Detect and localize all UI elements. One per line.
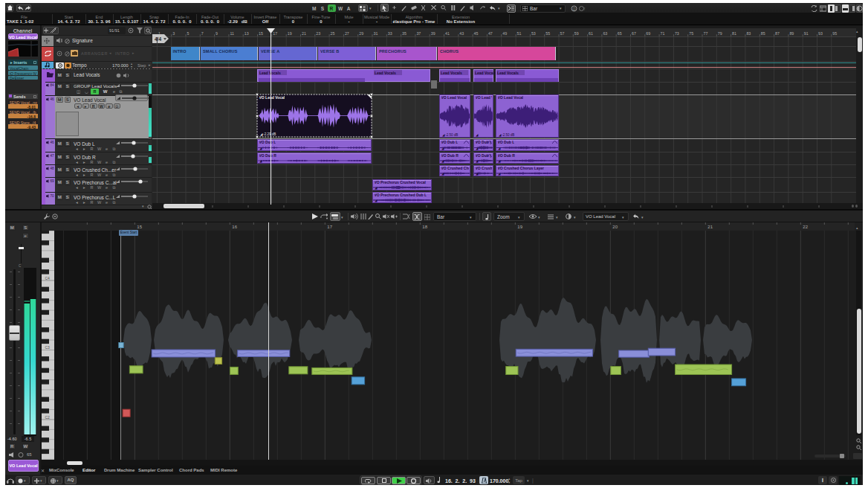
svg-text:18: 18 (422, 225, 427, 229)
svg-text:35: 35 (402, 31, 407, 36)
svg-text:39: 39 (431, 31, 435, 36)
svg-text:59: 59 (574, 31, 579, 36)
svg-text:49: 49 (502, 31, 507, 36)
svg-text:19: 19 (517, 225, 522, 229)
svg-text:65: 65 (618, 31, 622, 36)
svg-text:91: 91 (804, 31, 809, 36)
svg-text:29: 29 (359, 31, 363, 36)
svg-text:Q: Q (573, 6, 576, 10)
svg-text:23: 23 (316, 31, 320, 36)
svg-text:85: 85 (761, 31, 765, 36)
svg-text:9: 9 (216, 31, 218, 36)
svg-text:75: 75 (689, 31, 693, 36)
svg-text:19: 19 (288, 31, 292, 36)
svg-text:C2: C2 (45, 415, 51, 420)
svg-text:13: 13 (244, 31, 249, 36)
svg-text:71: 71 (661, 31, 665, 36)
svg-text:67: 67 (632, 31, 636, 36)
svg-text:43: 43 (459, 31, 464, 36)
svg-text:5: 5 (187, 31, 190, 36)
svg-text:17: 17 (327, 225, 332, 229)
svg-text:15: 15 (137, 225, 142, 229)
svg-text:69: 69 (646, 31, 650, 36)
svg-text:33: 33 (388, 31, 392, 36)
svg-text:!: ! (584, 7, 586, 11)
svg-text:79: 79 (718, 31, 722, 36)
svg-text:95: 95 (832, 31, 837, 36)
svg-text:16: 16 (232, 225, 237, 229)
svg-text:C3: C3 (45, 345, 51, 350)
svg-text:83: 83 (746, 31, 751, 36)
svg-text:77: 77 (704, 31, 708, 36)
svg-text:47: 47 (488, 31, 493, 36)
svg-text:45: 45 (474, 31, 479, 36)
svg-text:87: 87 (775, 31, 780, 36)
svg-text:89: 89 (789, 31, 794, 36)
svg-text:31: 31 (374, 31, 378, 36)
svg-text:41: 41 (445, 31, 450, 36)
svg-text:57: 57 (560, 31, 565, 36)
svg-text:C4: C4 (45, 276, 51, 280)
svg-text:73: 73 (675, 31, 679, 36)
svg-text:81: 81 (732, 31, 736, 36)
svg-text:7: 7 (201, 31, 204, 36)
svg-text:51: 51 (517, 31, 522, 36)
svg-text:61: 61 (589, 31, 593, 36)
svg-text:53: 53 (531, 31, 536, 36)
svg-text:93: 93 (818, 31, 823, 36)
svg-text:37: 37 (416, 31, 421, 36)
svg-text:21: 21 (707, 225, 713, 229)
svg-text:21: 21 (302, 31, 306, 36)
svg-text:3: 3 (172, 31, 175, 36)
svg-text:25: 25 (331, 31, 335, 36)
svg-text:55: 55 (545, 31, 550, 36)
svg-text:11: 11 (230, 31, 234, 36)
svg-text:63: 63 (603, 31, 607, 36)
svg-text:15: 15 (259, 31, 263, 36)
svg-text:20: 20 (612, 225, 618, 229)
svg-text:22: 22 (803, 225, 808, 229)
svg-text:27: 27 (345, 31, 349, 36)
